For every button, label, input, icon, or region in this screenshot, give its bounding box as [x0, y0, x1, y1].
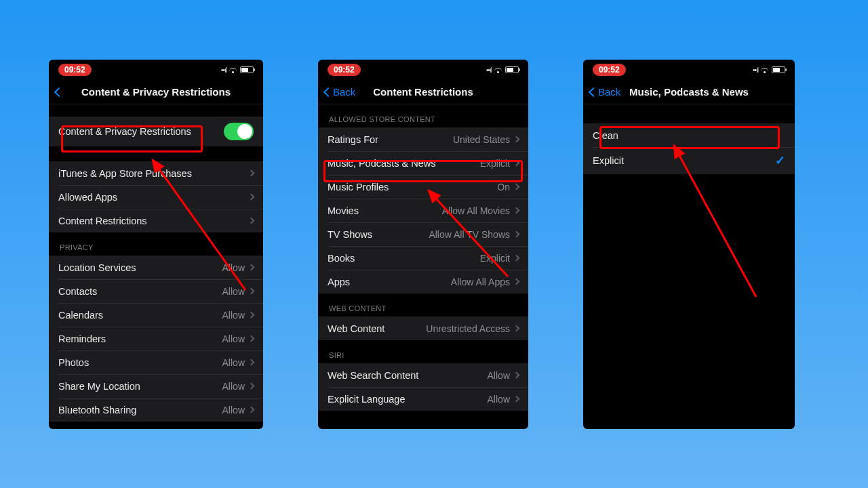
row-value: On — [497, 182, 510, 192]
chevron-right-icon — [248, 383, 255, 390]
row-label: Ratings For — [328, 134, 453, 145]
row-value: Allow All TV Shows — [429, 229, 510, 240]
row-value: Allow — [488, 394, 510, 405]
toggle-group: Content & Privacy Restrictions — [49, 117, 263, 146]
row-label: Music Profiles — [328, 182, 497, 192]
chevron-right-icon — [513, 325, 520, 332]
chevron-right-icon — [513, 136, 520, 143]
music-profiles-row[interactable]: Music Profiles On — [318, 175, 528, 199]
status-icons — [221, 66, 254, 74]
row-label: Music, Podcasts & News — [328, 158, 480, 169]
reminders-row[interactable]: Reminders Allow — [49, 327, 263, 350]
row-label: Share My Location — [58, 381, 222, 392]
row-label: Web Content — [328, 323, 426, 334]
row-value: Explicit — [480, 253, 510, 264]
row-value: United States — [453, 134, 510, 145]
back-button[interactable] — [56, 89, 62, 96]
location-services-row[interactable]: Location Services Allow — [49, 256, 263, 279]
row-label: TV Shows — [328, 229, 429, 240]
clean-option-row[interactable]: Clean — [583, 123, 795, 147]
chevron-right-icon — [248, 264, 255, 271]
explicit-language-row[interactable]: Explicit Language Allow — [318, 387, 528, 411]
music-podcasts-news-row[interactable]: Music, Podcasts & News Explicit — [318, 151, 528, 175]
recording-time-pill: 09:52 — [328, 64, 361, 76]
row-value: Allow All Apps — [451, 277, 510, 287]
chevron-right-icon — [248, 312, 255, 319]
movies-row[interactable]: Movies Allow All Movies — [318, 199, 528, 222]
row-label: iTunes & App Store Purchases — [58, 168, 249, 179]
nav-bar: Back Music, Podcasts & News — [583, 80, 795, 104]
chevron-right-icon — [248, 288, 255, 295]
toggle-on-icon[interactable] — [224, 123, 254, 140]
calendars-row[interactable]: Calendars Allow — [49, 303, 263, 327]
row-label: Photos — [58, 357, 222, 368]
row-value: Allow — [222, 310, 245, 321]
checkmark-icon: ✓ — [775, 153, 785, 168]
content-scroll[interactable]: ALLOWED STORE CONTENT Ratings For United… — [318, 104, 528, 429]
nav-title: Content & Privacy Restrictions — [56, 86, 256, 98]
row-value: Allow — [222, 333, 245, 344]
photos-row[interactable]: Photos Allow — [49, 350, 263, 374]
wifi-icon — [761, 66, 769, 73]
contacts-row[interactable]: Contacts Allow — [49, 279, 263, 303]
web-content-row[interactable]: Web Content Unrestricted Access — [318, 317, 528, 340]
content-privacy-restrictions-toggle-row[interactable]: Content & Privacy Restrictions — [49, 117, 263, 146]
screenshot-2: 09:52 Back Content Restrictions ALLOWED … — [318, 60, 528, 429]
row-value: Allow — [222, 381, 245, 392]
row-label: Clean — [593, 130, 785, 141]
back-button[interactable]: Back — [325, 86, 355, 98]
battery-icon — [772, 66, 785, 73]
screenshot-3: 09:52 Back Music, Podcasts & News Clean … — [583, 60, 795, 429]
chevron-left-icon — [323, 87, 333, 96]
status-bar: 09:52 — [583, 60, 795, 80]
cellular-signal-icon — [486, 66, 492, 74]
row-label: Content & Privacy Restrictions — [58, 126, 224, 137]
recording-time-pill: 09:52 — [593, 64, 626, 76]
row-label: Contacts — [58, 286, 222, 297]
tv-shows-row[interactable]: TV Shows Allow All TV Shows — [318, 222, 528, 246]
privacy-section-header: PRIVACY — [49, 232, 263, 256]
web-content-group: Web Content Unrestricted Access — [318, 317, 528, 340]
content-restrictions-row[interactable]: Content Restrictions — [49, 209, 263, 232]
row-label: Apps — [328, 277, 451, 287]
status-bar: 09:52 — [318, 60, 528, 80]
wifi-icon — [229, 66, 237, 73]
siri-group: Web Search Content Allow Explicit Langua… — [318, 363, 528, 411]
options-group: Clean Explicit ✓ — [583, 123, 795, 174]
battery-icon — [240, 66, 254, 73]
chevron-right-icon — [513, 184, 520, 190]
row-value: Explicit — [480, 158, 510, 169]
screenshot-1: 09:52 Content & Privacy Restrictions Con… — [49, 60, 263, 429]
share-my-location-row[interactable]: Share My Location Allow — [49, 374, 263, 398]
apps-row[interactable]: Apps Allow All Apps — [318, 270, 528, 293]
chevron-right-icon — [513, 279, 520, 285]
privacy-group: Location Services Allow Contacts Allow C… — [49, 256, 263, 422]
chevron-right-icon — [248, 218, 255, 224]
row-label: Movies — [328, 205, 442, 216]
bluetooth-sharing-row[interactable]: Bluetooth Sharing Allow — [49, 398, 263, 422]
itunes-app-store-purchases-row[interactable]: iTunes & App Store Purchases — [49, 161, 263, 185]
ratings-for-row[interactable]: Ratings For United States — [318, 127, 528, 151]
allowed-apps-row[interactable]: Allowed Apps — [49, 185, 263, 209]
content-scroll[interactable]: Content & Privacy Restrictions iTunes & … — [49, 104, 263, 429]
chevron-right-icon — [513, 372, 520, 379]
row-label: Location Services — [58, 262, 222, 273]
row-label: Explicit — [593, 155, 775, 166]
allowed-store-content-header: ALLOWED STORE CONTENT — [318, 104, 528, 127]
chevron-right-icon — [513, 231, 520, 238]
back-button[interactable]: Back — [590, 86, 620, 98]
row-label: Allowed Apps — [58, 192, 249, 203]
store-content-group: Ratings For United States Music, Podcast… — [318, 127, 528, 293]
web-search-content-row[interactable]: Web Search Content Allow — [318, 363, 528, 387]
chevron-right-icon — [248, 407, 255, 413]
content-scroll[interactable]: Clean Explicit ✓ — [583, 104, 795, 429]
back-label: Back — [598, 86, 620, 98]
chevron-right-icon — [248, 359, 255, 366]
status-bar: 09:52 — [49, 60, 263, 80]
siri-header: SIRI — [318, 340, 528, 363]
books-row[interactable]: Books Explicit — [318, 246, 528, 270]
row-label: Explicit Language — [328, 394, 488, 405]
web-content-header: WEB CONTENT — [318, 293, 528, 317]
nav-bar: Content & Privacy Restrictions — [49, 80, 263, 104]
explicit-option-row[interactable]: Explicit ✓ — [583, 147, 795, 174]
